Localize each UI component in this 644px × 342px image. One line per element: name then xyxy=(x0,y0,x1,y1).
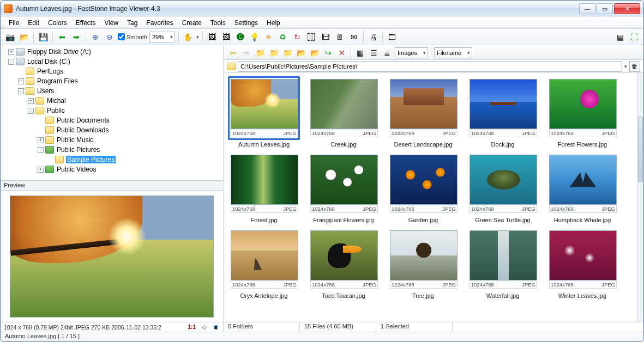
tree-item[interactable]: Public Documents xyxy=(3,115,221,125)
view-list-icon[interactable]: ≣ xyxy=(381,47,393,59)
scrollbar[interactable] xyxy=(637,73,643,322)
tool-canvas-icon[interactable]: 🅒 xyxy=(234,31,246,43)
tree-expander-icon[interactable]: - xyxy=(18,88,24,94)
menu-tag[interactable]: Tag xyxy=(123,18,141,28)
tool-compare-icon[interactable]: ⿲ xyxy=(305,31,317,43)
zoom-out-icon[interactable]: ⊖ xyxy=(104,31,116,43)
tool-clone-icon[interactable]: 🖼 xyxy=(206,31,218,43)
open-icon[interactable]: 📂 xyxy=(18,31,30,43)
thumbnail[interactable]: 1024x768JPEGTree.jpg xyxy=(385,228,461,299)
save-icon[interactable]: 💾 xyxy=(37,31,49,43)
menu-view[interactable]: View xyxy=(100,18,122,28)
tree-expander-icon[interactable]: - xyxy=(8,59,14,65)
minimize-button[interactable]: — xyxy=(579,3,595,14)
thumbnail[interactable]: 1024x768JPEGCreek.jpg xyxy=(305,76,382,148)
tree-item[interactable]: +Floppy Disk Drive (A:) xyxy=(3,47,221,57)
tree-item[interactable]: -Public Pictures xyxy=(3,145,221,155)
thumbnail[interactable]: 1024x768JPEGFrangipani Flowers.jpg xyxy=(305,152,382,223)
acquire-icon[interactable]: 📷 xyxy=(4,31,16,43)
tool-screen-icon[interactable]: 🖥 xyxy=(334,31,346,43)
menu-settings[interactable]: Settings xyxy=(231,18,262,28)
thumbnail[interactable]: 1024x768JPEGGreen Sea Turtle.jpg xyxy=(465,152,541,223)
zoom-in-icon[interactable]: ⊕ xyxy=(89,31,101,43)
thumbnail-grid[interactable]: 1024x768JPEGAutumn Leaves.jpg1024x768JPE… xyxy=(224,73,637,322)
preview-pane[interactable] xyxy=(1,191,223,322)
tool-resize-icon[interactable]: 🖼 xyxy=(220,31,232,43)
preview-1to1-button[interactable]: 1:1 xyxy=(186,323,197,331)
thumbnail[interactable]: 1024x768JPEGForest.jpg xyxy=(226,152,302,223)
tool-rotate-icon[interactable]: ↻ xyxy=(291,31,303,43)
path-input[interactable] xyxy=(238,61,622,72)
menu-file[interactable]: File xyxy=(5,18,23,28)
hand-icon[interactable]: ✋ xyxy=(182,31,194,43)
nav-export-icon[interactable]: ↪ xyxy=(322,47,334,59)
maximize-button[interactable]: ▭ xyxy=(597,3,613,14)
smooth-checkbox[interactable]: Smooth xyxy=(118,33,147,40)
zoom-select[interactable]: 29% xyxy=(149,32,175,42)
thumbnail[interactable]: 1024x768JPEGWinter Leaves.jpg xyxy=(544,228,621,299)
nav-delete-icon[interactable]: ✕ xyxy=(336,47,348,59)
tree-item[interactable]: +Public Music xyxy=(3,135,221,145)
folder-tree[interactable]: +Floppy Disk Drive (A:)-Local Disk (C:)P… xyxy=(1,46,223,181)
nav-back-icon[interactable]: ⇦ xyxy=(227,47,239,59)
tree-expander-icon[interactable]: - xyxy=(38,147,44,153)
tool-email-icon[interactable]: ✉ xyxy=(348,31,360,43)
path-dropdown-icon[interactable]: ▾ xyxy=(624,64,627,69)
tree-expander-icon[interactable]: - xyxy=(28,108,34,114)
tree-item[interactable]: +Program Files xyxy=(3,76,221,86)
thumbnail[interactable]: 1024x768JPEGAutumn Leaves.jpg xyxy=(226,76,302,148)
thumbnail[interactable]: 1024x768JPEGDock.jpg xyxy=(465,76,541,148)
view-thumbs-icon[interactable]: ▦ xyxy=(354,47,366,59)
nav-forward-icon[interactable]: ⇨ xyxy=(240,47,252,59)
layout-toggle-icon[interactable]: ▤ xyxy=(614,31,626,43)
hand-dropdown-icon[interactable]: ▾ xyxy=(196,34,199,40)
filter-select[interactable]: Images xyxy=(395,47,428,58)
thumbnail[interactable]: 1024x768JPEGForest Flowers.jpg xyxy=(544,76,621,148)
back-icon[interactable]: ⬅ xyxy=(56,31,68,43)
thumbnail[interactable]: 1024x768JPEGToco Toucan.jpg xyxy=(305,228,382,299)
recycle-bin-icon[interactable]: 🗑 xyxy=(629,61,640,72)
thumbnail[interactable]: 1024x768JPEGWaterfall.jpg xyxy=(465,228,541,299)
thumbnail[interactable]: 1024x768JPEGGarden.jpg xyxy=(385,152,461,223)
menu-help[interactable]: Help xyxy=(263,18,284,28)
nav-refresh-icon[interactable]: 📂 xyxy=(295,47,307,59)
tool-settings-icon[interactable]: 🗔 xyxy=(386,31,398,43)
close-button[interactable]: ✕ xyxy=(614,3,640,14)
menu-favorites[interactable]: Favorites xyxy=(142,18,177,28)
tree-expander-icon[interactable]: + xyxy=(28,98,34,104)
tool-color-icon[interactable]: ☀ xyxy=(263,31,275,43)
sort-select[interactable]: Filename xyxy=(434,47,472,58)
preview-next-icon[interactable]: ▣ xyxy=(212,323,220,331)
tree-expander-icon[interactable]: + xyxy=(38,167,44,173)
tree-expander-icon[interactable]: + xyxy=(8,49,14,55)
thumbnail[interactable]: 1024x768JPEGHumpback Whale.jpg xyxy=(544,152,621,223)
tree-expander-icon[interactable]: + xyxy=(18,78,24,84)
nav-tag-icon[interactable]: 📂 xyxy=(309,47,321,59)
nav-fav-icon[interactable]: 📁 xyxy=(281,47,293,59)
titlebar[interactable]: Autumn Leaves.jpg - FastStone Image View… xyxy=(1,1,643,17)
tree-item[interactable]: Sample Pictures xyxy=(3,155,221,164)
menu-edit[interactable]: Edit xyxy=(24,18,43,28)
fullscreen-icon[interactable]: ⛶ xyxy=(628,31,640,43)
smooth-check-input[interactable] xyxy=(118,33,125,40)
tree-item[interactable]: -Public xyxy=(3,106,221,115)
menu-colors[interactable]: Colors xyxy=(44,18,71,28)
tool-bulb-icon[interactable]: 💡 xyxy=(249,31,261,43)
tool-redeye-icon[interactable]: ♻ xyxy=(277,31,289,43)
menu-create[interactable]: Create xyxy=(178,18,206,28)
view-details-icon[interactable]: ☰ xyxy=(368,47,380,59)
menu-tools[interactable]: Tools xyxy=(207,18,230,28)
tree-item[interactable]: Public Downloads xyxy=(3,125,221,135)
tree-expander-icon[interactable]: + xyxy=(38,137,44,143)
tree-item[interactable]: -Users xyxy=(3,86,221,96)
forward-icon[interactable]: ➡ xyxy=(70,31,82,43)
thumbnail[interactable]: 1024x768JPEGOryx Antelope.jpg xyxy=(226,228,302,299)
scrollbar-thumb[interactable] xyxy=(638,117,643,182)
preview-fit-icon[interactable]: ◇ xyxy=(201,323,208,331)
menu-effects[interactable]: Effects xyxy=(72,18,99,28)
nav-home-icon[interactable]: 📁 xyxy=(268,47,280,59)
tree-item[interactable]: PerfLogs xyxy=(3,66,221,76)
nav-up-icon[interactable]: 📁 xyxy=(254,47,266,59)
tree-item[interactable]: -Local Disk (C:) xyxy=(3,57,221,66)
tree-item[interactable]: +Michal xyxy=(3,96,221,106)
